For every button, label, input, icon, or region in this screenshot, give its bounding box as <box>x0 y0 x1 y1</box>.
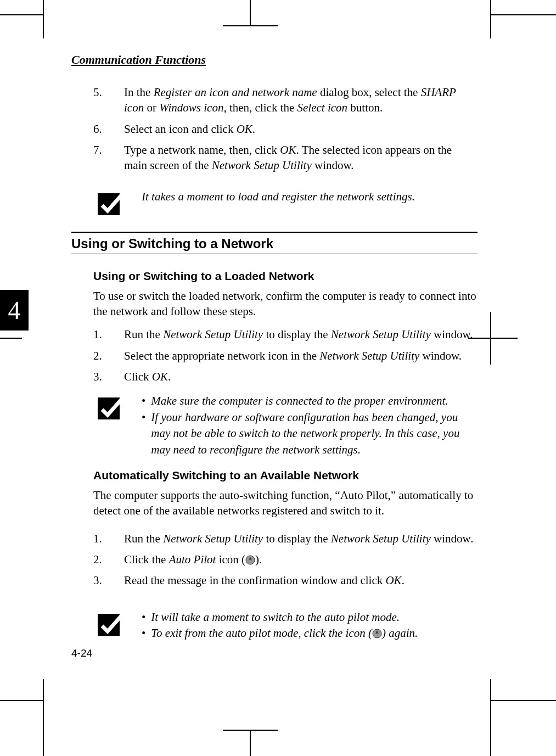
page-header-title: Communication Functions <box>71 53 478 67</box>
list-item: 2. Click the Auto Pilot icon (). <box>93 552 478 567</box>
crop-mark <box>0 338 22 339</box>
crop-mark <box>490 679 491 756</box>
body-paragraph: To use or switch the loaded network, con… <box>93 288 478 320</box>
list-text: Click the Auto Pilot icon (). <box>124 552 478 567</box>
note-text: It takes a moment to load and register t… <box>142 188 478 205</box>
note-bullet: If your hardware or software configurati… <box>151 410 478 458</box>
crop-mark <box>490 700 556 701</box>
note-bullet: Make sure the computer is connected to t… <box>151 393 448 409</box>
crop-mark <box>43 0 44 38</box>
chapter-tab: 4 <box>0 290 29 331</box>
list-text: In the Register an icon and network name… <box>124 85 478 116</box>
list-number: 5. <box>93 85 124 116</box>
crop-mark <box>0 700 44 701</box>
list-number: 2. <box>93 348 124 363</box>
list-text: Type a network name, then, click OK. The… <box>124 142 478 173</box>
list-number: 1. <box>93 327 124 342</box>
note-bullet: It will take a moment to switch to the a… <box>151 609 400 625</box>
note-block: Make sure the computer is connected to t… <box>93 392 478 458</box>
crop-mark <box>490 312 491 365</box>
crop-mark <box>490 14 556 15</box>
list-number: 1. <box>93 531 124 546</box>
list-text: Run the Network Setup Utility to display… <box>124 327 478 342</box>
auto-pilot-icon <box>245 553 255 563</box>
list-number: 3. <box>93 573 124 588</box>
list-item: 1. Run the Network Setup Utility to disp… <box>93 531 478 546</box>
crop-mark <box>0 14 44 15</box>
list-item: 7. Type a network name, then, click OK. … <box>93 142 478 173</box>
subsection-heading: Using or Switching to a Loaded Network <box>93 270 478 283</box>
note-text: It will take a moment to switch to the a… <box>142 608 478 642</box>
crop-mark <box>490 0 491 38</box>
section-rule <box>71 232 478 233</box>
list-text: Click OK. <box>124 369 478 384</box>
list-item: 3. Click OK. <box>93 369 478 384</box>
checkbox-note-icon <box>98 190 125 217</box>
checkbox-note-icon <box>98 611 125 638</box>
crop-mark <box>223 25 278 26</box>
crop-mark <box>250 730 251 756</box>
section-heading: Using or Switching to a Network <box>71 236 478 254</box>
list-item: 6. Select an icon and click OK. <box>93 121 478 137</box>
list-text: Select an icon and click OK. <box>124 121 478 137</box>
checkbox-note-icon <box>98 394 125 422</box>
list-number: 2. <box>93 552 124 567</box>
list-number: 6. <box>93 121 124 137</box>
page-number: 4-24 <box>71 647 92 659</box>
body-paragraph: The computer supports the auto-switching… <box>93 488 478 519</box>
note-bullet: To exit from the auto pilot mode, click … <box>151 625 418 641</box>
list-item: 2. Select the appropriate network icon i… <box>93 348 478 363</box>
note-block: It will take a moment to switch to the a… <box>93 608 478 642</box>
crop-mark <box>43 679 44 756</box>
list-text: Run the Network Setup Utility to display… <box>124 531 478 546</box>
crop-mark <box>250 0 251 26</box>
auto-pilot-icon <box>372 627 382 637</box>
list-item: 3. Read the message in the confirmation … <box>93 573 478 588</box>
note-text: Make sure the computer is connected to t… <box>142 392 478 458</box>
list-item: 5. In the Register an icon and network n… <box>93 85 478 116</box>
subsection-heading: Automatically Switching to an Available … <box>93 469 478 482</box>
list-number: 7. <box>93 142 124 173</box>
note-block: It takes a moment to load and register t… <box>93 188 478 217</box>
list-item: 1. Run the Network Setup Utility to disp… <box>93 327 478 342</box>
list-text: Read the message in the confirmation win… <box>124 573 478 588</box>
page-body: Communication Functions 5. In the Regist… <box>71 53 478 656</box>
crop-mark <box>223 730 278 731</box>
list-number: 3. <box>93 369 124 384</box>
list-text: Select the appropriate network icon in t… <box>124 348 478 363</box>
